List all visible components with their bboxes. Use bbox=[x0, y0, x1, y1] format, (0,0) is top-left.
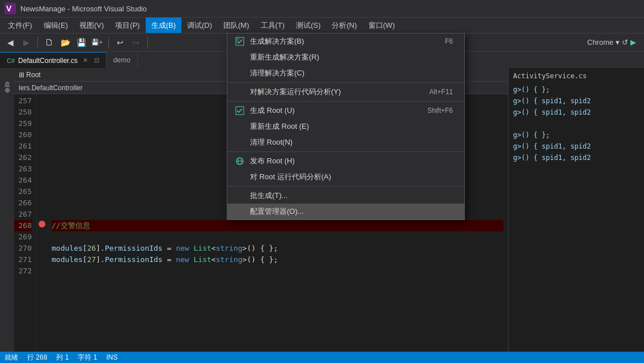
menu-build-root[interactable]: 生成 Root (U) Shift+F6 bbox=[227, 103, 464, 119]
right-line-5: g>() { }; bbox=[513, 129, 639, 141]
right-panel-filename: ActivityService.cs bbox=[513, 70, 639, 82]
ln-270: 270 bbox=[14, 243, 32, 254]
tab-close-1[interactable]: ✕ bbox=[81, 56, 90, 65]
menu-clean-root[interactable]: 清理 Root(N) bbox=[227, 134, 464, 150]
menu-tools[interactable]: 工具(T) bbox=[255, 18, 291, 33]
menu-team[interactable]: 团队(M) bbox=[218, 18, 255, 33]
back-btn[interactable]: ◀ bbox=[3, 36, 17, 49]
root-label: ⊞ Root bbox=[19, 71, 41, 79]
tab-icon-1: C# bbox=[7, 57, 15, 64]
dropdown-arrow[interactable]: ▾ bbox=[616, 38, 620, 47]
build-root-label: 生成 Root (U) bbox=[250, 105, 423, 116]
rebuild-solution-label: 重新生成解决方案(R) bbox=[250, 52, 453, 62]
build-root-icon bbox=[234, 106, 245, 115]
tab-label-1: DefaultController.cs bbox=[18, 57, 78, 65]
menu-publish-root[interactable]: 发布 Root (H) bbox=[227, 153, 464, 169]
ln-267: 267 bbox=[14, 209, 32, 220]
rebuild-root-label: 重新生成 Root (E) bbox=[250, 121, 453, 132]
new-project-btn[interactable]: 🗋 bbox=[43, 36, 56, 49]
right-line-7: g>() { spid1, spid2 bbox=[513, 152, 639, 163]
status-ready: 就绪 bbox=[5, 353, 18, 362]
sep-2 bbox=[227, 101, 464, 102]
ln-258: 258 bbox=[14, 107, 32, 118]
sidebar-left: 盘 ⊕ bbox=[0, 68, 14, 352]
save-all-btn[interactable]: 💾+ bbox=[90, 36, 104, 49]
run-icon[interactable]: ▶ bbox=[630, 38, 636, 47]
tab-label-2: demo bbox=[113, 56, 130, 64]
forward-btn[interactable]: ▶ bbox=[19, 36, 33, 49]
breakpoint-marker bbox=[39, 219, 46, 227]
toolbar-sep-2 bbox=[108, 37, 109, 48]
open-btn[interactable]: 📂 bbox=[58, 36, 72, 49]
ln-271: 271 bbox=[14, 254, 32, 265]
ln-264: 264 bbox=[14, 175, 32, 186]
ln-269: 269 bbox=[14, 231, 32, 243]
menu-file[interactable]: 文件(F) bbox=[2, 18, 38, 33]
analyze-root-label: 对 Root 运行代码分析(A) bbox=[250, 172, 453, 182]
menu-rebuild-solution[interactable]: 重新生成解决方案(R) bbox=[227, 49, 464, 65]
menu-clean-solution[interactable]: 清理解决方案(C) bbox=[227, 65, 464, 81]
publish-root-label: 发布 Root (H) bbox=[250, 156, 453, 166]
vs-logo: V bbox=[5, 3, 16, 14]
tab-defaultcontroller[interactable]: C# DefaultController.cs ✕ ⊡ bbox=[0, 52, 107, 68]
sep-3 bbox=[227, 151, 464, 152]
menu-build-solution[interactable]: 生成解决方案(B) F6 bbox=[227, 33, 464, 49]
menu-analyze-root[interactable]: 对 Root 运行代码分析(A) bbox=[227, 169, 464, 185]
ln-257: 257 bbox=[14, 95, 32, 107]
redo-btn[interactable]: ↪ bbox=[129, 36, 143, 49]
save-btn[interactable]: 💾 bbox=[74, 36, 88, 49]
svg-text:V: V bbox=[6, 4, 12, 13]
menu-batch-build[interactable]: 批生成(T)... bbox=[227, 188, 464, 204]
ln-263: 263 bbox=[14, 163, 32, 175]
menu-analyze-solution[interactable]: 对解决方案运行代码分析(Y) Alt+F11 bbox=[227, 84, 464, 100]
status-bar: 就绪 行 268 列 1 字符 1 INS bbox=[0, 352, 644, 363]
right-line-1: g>() { }; bbox=[513, 84, 639, 95]
build-dropdown: 生成解决方案(B) F6 重新生成解决方案(R) 清理解决方案(C) 对解决方案… bbox=[227, 33, 465, 220]
menu-config-manager[interactable]: 配置管理器(O)... bbox=[227, 204, 464, 220]
menu-edit[interactable]: 编辑(E) bbox=[38, 18, 74, 33]
build-solution-shortcut: F6 bbox=[445, 37, 453, 45]
code-line-270: modules[26].PermissionIds = new List<str… bbox=[52, 243, 503, 254]
menu-view[interactable]: 视图(V) bbox=[74, 18, 109, 33]
clean-root-label: 清理 Root(N) bbox=[250, 137, 453, 147]
menu-window[interactable]: 窗口(W) bbox=[363, 18, 401, 33]
menu-test[interactable]: 测试(S) bbox=[290, 18, 326, 33]
status-char: 字符 1 bbox=[78, 353, 97, 362]
right-line-2: g>() { spid1, spid2 bbox=[513, 95, 639, 107]
toolbar-sep-1 bbox=[37, 37, 38, 48]
refresh-btn[interactable]: ↺ bbox=[622, 38, 628, 47]
code-line-268: //交警信息 bbox=[52, 220, 503, 231]
tab-pin-1[interactable]: ⊡ bbox=[94, 57, 99, 64]
build-root-shortcut: Shift+F6 bbox=[427, 107, 453, 115]
tab-demo[interactable]: demo bbox=[107, 52, 138, 68]
ln-265: 265 bbox=[14, 186, 32, 197]
menu-analyze[interactable]: 分析(N) bbox=[326, 18, 362, 33]
chrome-selector[interactable]: Chrome ▾ ↺ ▶ bbox=[587, 38, 636, 47]
status-ins: INS bbox=[106, 353, 117, 361]
ln-259: 259 bbox=[14, 118, 32, 129]
undo-btn[interactable]: ↩ bbox=[113, 36, 127, 49]
menu-build[interactable]: 生成(B) bbox=[146, 18, 181, 33]
publish-root-icon bbox=[234, 157, 245, 166]
menu-project[interactable]: 项目(P) bbox=[109, 18, 145, 33]
window-title: NewsManage - Microsoft Visual Studio bbox=[20, 5, 147, 13]
analyze-solution-shortcut: Alt+F11 bbox=[429, 88, 453, 96]
clean-solution-label: 清理解决方案(C) bbox=[250, 68, 453, 78]
sidebar-btn-2[interactable]: ⊕ bbox=[1, 84, 14, 96]
ln-268: 268 bbox=[14, 220, 32, 231]
ln-260: 260 bbox=[14, 129, 32, 141]
right-line-6: g>() { spid1, spid2 bbox=[513, 141, 639, 152]
menu-rebuild-root[interactable]: 重新生成 Root (E) bbox=[227, 119, 464, 134]
code-line-272 bbox=[52, 265, 503, 277]
build-solution-label: 生成解决方案(B) bbox=[250, 36, 440, 47]
ln-262: 262 bbox=[14, 152, 32, 163]
sidebar-collapse[interactable]: 盘 bbox=[1, 70, 14, 83]
status-line: 行 268 bbox=[27, 353, 47, 362]
status-col: 列 1 bbox=[56, 353, 69, 362]
toolbar-sep-3 bbox=[147, 37, 148, 48]
menu-debug[interactable]: 调试(D) bbox=[181, 18, 218, 33]
config-manager-label: 配置管理器(O)... bbox=[250, 206, 453, 217]
gutter bbox=[37, 94, 47, 352]
build-solution-icon bbox=[234, 37, 245, 46]
code-line-269 bbox=[52, 231, 503, 243]
